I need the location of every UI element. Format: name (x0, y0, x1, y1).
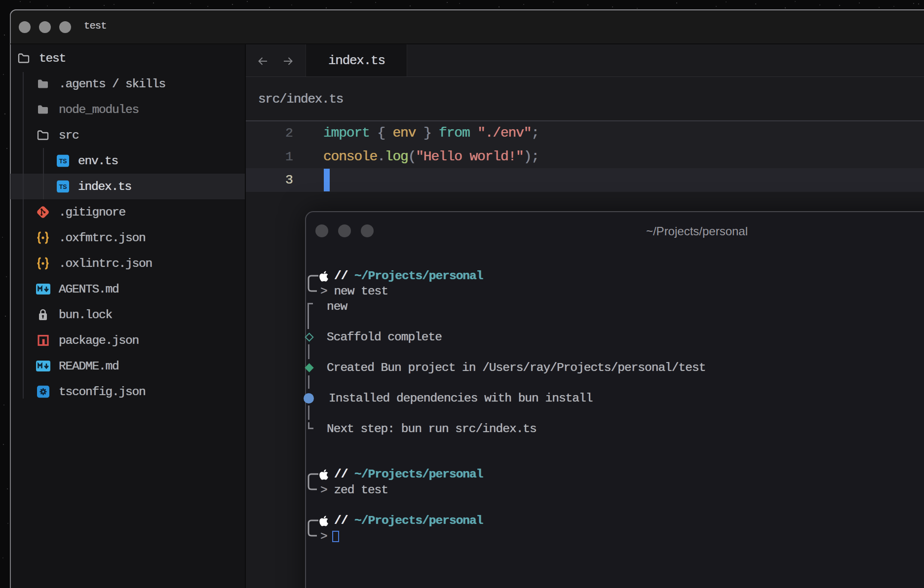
svg-text:TS: TS (59, 158, 67, 165)
svg-text:TS: TS (59, 184, 67, 190)
